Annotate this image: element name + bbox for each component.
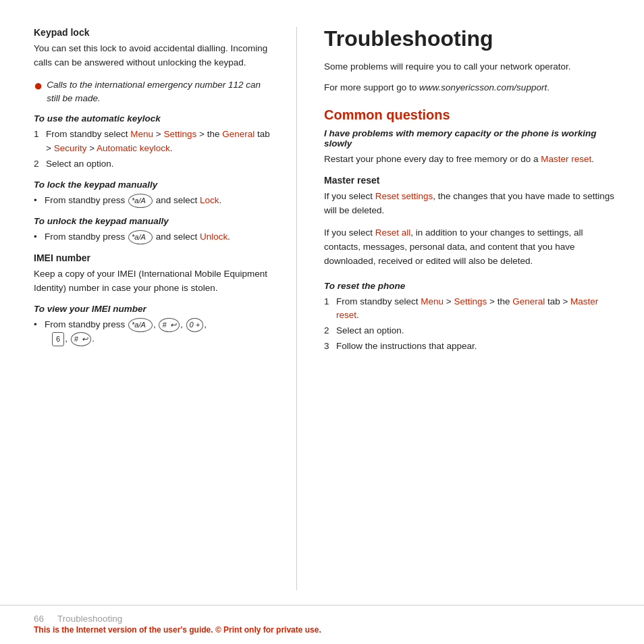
unlock-manually-heading: To unlock the keypad manually: [34, 216, 276, 226]
key-badge-6: 6: [52, 332, 64, 346]
step-2: 2 Select an option.: [34, 157, 276, 171]
view-imei-item: • From standby press *a/A , # ↩, 0 +, 6,…: [34, 318, 276, 346]
problem1-prefix: Restart your phone every day to free mem…: [324, 154, 541, 164]
key-badge-aa: *a/A: [128, 194, 153, 208]
master-reset-title: Master reset: [324, 175, 617, 186]
unlock-manually-list: • From standby press *a/A and select Unl…: [34, 230, 276, 244]
view-imei-heading: To view your IMEI number: [34, 304, 276, 314]
view-imei-list: • From standby press *a/A , # ↩, 0 +, 6,…: [34, 318, 276, 346]
reset-step-num-2: 2: [324, 324, 336, 338]
intro-2-url: www.sonyericsson.com/support: [419, 82, 547, 92]
intro-2-prefix: For more support go to: [324, 82, 419, 92]
mr-b1-link: Reset settings: [375, 191, 433, 201]
lock-manually-item: • From standby press *a/A and select Loc…: [34, 194, 276, 208]
footer-page-num: 66: [34, 614, 44, 624]
right-column: Troubleshooting Some problems will requi…: [297, 27, 644, 590]
keypad-lock-body: You can set this lock to avoid accidenta…: [34, 42, 276, 70]
lock-manually-heading: To lock the keypad manually: [34, 180, 276, 190]
bullet-sym: •: [34, 194, 45, 208]
intro-1: Some problems will require you to call y…: [324, 60, 617, 74]
note-block: ● Calls to the international emergency n…: [34, 78, 276, 106]
footer-section-label: Troubleshooting: [57, 614, 122, 624]
problem1-body: Restart your phone every day to free mem…: [324, 153, 617, 167]
unlock-manually-text: From standby press *a/A and select Unloc…: [45, 230, 230, 244]
key-badge-zero: 0 +: [186, 318, 204, 332]
master-reset-body1: If you select Reset settings, the change…: [324, 190, 617, 218]
intro-2-suffix: .: [547, 82, 549, 92]
auto-keylock-steps: 1 From standby select Menu > Settings > …: [34, 128, 276, 171]
note-icon: ●: [34, 77, 43, 95]
reset-phone-heading: To reset the phone: [324, 281, 617, 291]
key-badge-aa2: *a/A: [128, 230, 153, 244]
step-1-text: From standby select Menu > Settings > th…: [46, 128, 276, 156]
page-title: Troubleshooting: [324, 27, 617, 51]
problem1-link: Master reset: [541, 154, 591, 164]
common-questions-heading: Common questions: [324, 107, 617, 123]
mr-b2-link: Reset all: [375, 227, 411, 238]
lock-manually-text: From standby press *a/A and select Lock.: [45, 194, 221, 208]
step-1: 1 From standby select Menu > Settings > …: [34, 128, 276, 156]
auto-keylock-heading: To use the automatic keylock: [34, 113, 276, 124]
key-badge-star: *a/A: [128, 318, 153, 332]
key-badge-hash: # ↩: [159, 318, 180, 332]
step-num-1: 1: [34, 128, 46, 142]
problem1-suffix: .: [591, 154, 594, 164]
reset-step-1-text: From standby select Menu > Settings > th…: [336, 295, 617, 323]
reset-step-3: 3 Follow the instructions that appear.: [324, 340, 617, 354]
bullet-sym-3: •: [34, 318, 45, 332]
footer-notice: This is the Internet version of the user…: [34, 625, 610, 635]
problem1-heading: I have problems with memory capacity or …: [324, 128, 617, 149]
reset-step-num-3: 3: [324, 340, 336, 354]
keypad-lock-title: Keypad lock: [34, 27, 276, 38]
step-2-text: Select an option.: [46, 157, 114, 171]
bullet-sym-2: •: [34, 230, 45, 244]
view-imei-text: From standby press *a/A , # ↩, 0 +, 6, #…: [45, 318, 207, 346]
mr-b2-prefix: If you select: [324, 227, 375, 238]
lock-manually-list: • From standby press *a/A and select Loc…: [34, 194, 276, 208]
reset-step-3-text: Follow the instructions that appear.: [336, 340, 477, 354]
footer-row: 66 Troubleshooting: [34, 614, 610, 624]
reset-step-2-text: Select an option.: [336, 324, 404, 338]
note-text: Calls to the international emergency num…: [47, 78, 276, 106]
reset-step-2: 2 Select an option.: [324, 324, 617, 338]
reset-step-num-1: 1: [324, 295, 336, 309]
reset-phone-steps: 1 From standby select Menu > Settings > …: [324, 295, 617, 354]
master-reset-body2: If you select Reset all, in addition to …: [324, 226, 617, 269]
intro-2: For more support go to www.sonyericsson.…: [324, 81, 617, 95]
step-num-2: 2: [34, 157, 46, 171]
key-badge-hash2: # ↩: [71, 332, 92, 346]
unlock-manually-item: • From standby press *a/A and select Unl…: [34, 230, 276, 244]
footer: 66 Troubleshooting This is the Internet …: [0, 605, 644, 644]
left-column: Keypad lock You can set this lock to avo…: [0, 27, 297, 590]
reset-step-1: 1 From standby select Menu > Settings > …: [324, 295, 617, 323]
imei-title: IMEI number: [34, 252, 276, 263]
mr-b1-prefix: If you select: [324, 191, 375, 201]
imei-body: Keep a copy of your IMEI (International …: [34, 267, 276, 296]
